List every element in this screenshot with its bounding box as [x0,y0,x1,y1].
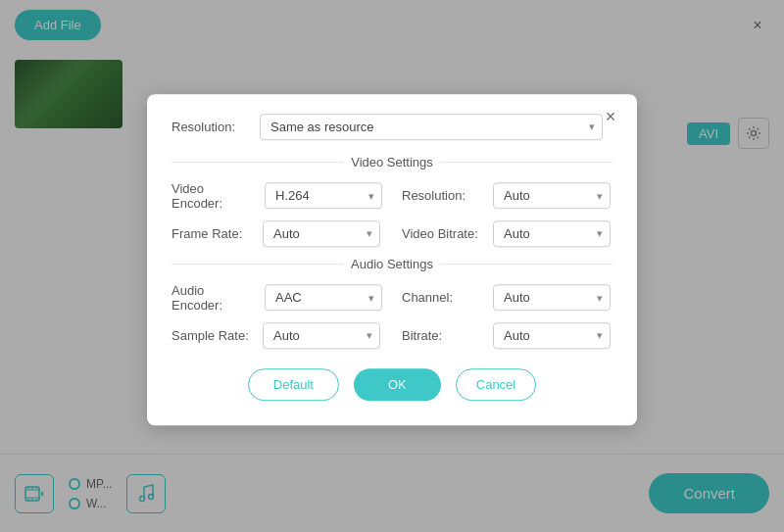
cancel-button[interactable]: Cancel [456,368,536,401]
video-encoder-select-wrapper: H.264 [265,182,382,209]
frame-rate-select-wrapper: Auto [263,220,380,247]
video-bitrate-label: Video Bitrate: [402,226,485,241]
resolution2-label: Resolution: [402,188,485,203]
default-button[interactable]: Default [248,368,339,401]
audio-encoder-row: Audio Encoder: AAC [172,283,382,313]
settings-dialog: × Resolution: Same as resource Video Set… [147,94,637,425]
resolution-label: Resolution: [172,120,260,134]
video-encoder-row: Video Encoder: H.264 [172,181,382,211]
bitrate-row: Bitrate: Auto [402,322,612,349]
sample-rate-label: Sample Rate: [172,328,255,343]
channel-select-wrapper: Auto [493,284,611,311]
sample-rate-row: Sample Rate: Auto [172,322,382,349]
divider-line-right [441,162,612,163]
video-settings-divider: Video Settings [172,155,612,169]
resolution2-select-wrapper: Auto [493,182,611,209]
channel-select[interactable]: Auto [493,284,611,311]
audio-divider-line-left [172,264,343,265]
video-bitrate-select[interactable]: Auto [493,220,611,247]
video-settings-label: Video Settings [351,155,433,169]
bitrate-select-wrapper: Auto [493,322,611,349]
video-encoder-select[interactable]: H.264 [265,182,382,209]
audio-divider-line-right [441,264,612,265]
ok-button[interactable]: OK [354,368,441,401]
sample-rate-select[interactable]: Auto [263,322,380,349]
audio-encoder-select[interactable]: AAC [265,284,382,311]
resolution-select[interactable]: Same as resource [260,114,603,140]
bitrate-select[interactable]: Auto [493,322,611,349]
divider-line-left [172,162,343,163]
frame-rate-label: Frame Rate: [172,226,255,241]
video-settings-grid: Video Encoder: H.264 Resolution: Auto [172,181,612,247]
resolution-row: Resolution: Same as resource [172,114,612,140]
audio-settings-label: Audio Settings [351,257,433,271]
resolution2-select[interactable]: Auto [493,182,611,209]
audio-settings-grid: Audio Encoder: AAC Channel: Auto Sampl [172,283,612,349]
app-container: Add File × AVI [0,0,784,532]
dialog-buttons: Default OK Cancel [172,368,612,401]
audio-encoder-select-wrapper: AAC [265,284,382,311]
video-encoder-label: Video Encoder: [172,181,257,211]
resolution-select-wrapper: Same as resource [260,114,603,140]
resolution2-row: Resolution: Auto [402,181,612,211]
sample-rate-select-wrapper: Auto [263,322,380,349]
frame-rate-select[interactable]: Auto [263,220,380,247]
channel-label: Channel: [402,290,485,305]
audio-encoder-label: Audio Encoder: [172,283,257,313]
audio-settings-divider: Audio Settings [172,257,612,271]
bitrate-label: Bitrate: [402,328,485,343]
video-bitrate-row: Video Bitrate: Auto [402,220,612,247]
frame-rate-row: Frame Rate: Auto [172,220,382,247]
channel-row: Channel: Auto [402,283,612,313]
video-bitrate-select-wrapper: Auto [493,220,611,247]
